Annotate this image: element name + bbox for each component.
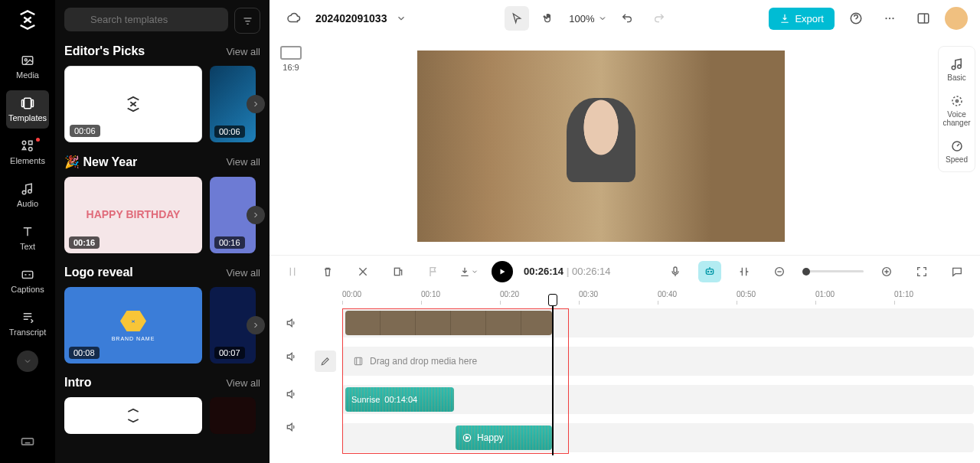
audio-track[interactable]: Happy (342, 423, 974, 452)
section-title: Intro (64, 376, 92, 390)
delete-button[interactable] (315, 259, 340, 284)
right-panel: Basic Voice changer Speed (933, 37, 980, 255)
split-clip-button[interactable] (732, 259, 756, 284)
svg-rect-24 (394, 268, 400, 275)
search-input[interactable] (64, 8, 228, 31)
template-card[interactable] (210, 397, 256, 434)
template-duration: 00:16 (69, 236, 100, 249)
undo-button[interactable] (615, 6, 639, 31)
playhead[interactable] (552, 295, 554, 455)
timeline-ruler[interactable]: 00:00 00:10 00:20 00:30 00:40 00:50 01:0… (342, 290, 980, 308)
export-button[interactable]: Export (769, 8, 835, 30)
editor-area: 202402091033 100% Export (270, 0, 980, 463)
video-clip[interactable] (345, 311, 552, 335)
zoom-in-button[interactable] (874, 259, 899, 284)
aspect-ratio-button[interactable]: 16:9 (280, 46, 302, 72)
canvas-area[interactable]: 16:9 (270, 37, 933, 255)
section-title: Editor's Picks (64, 44, 145, 58)
chevron-down-icon[interactable] (396, 13, 407, 24)
template-duration: 00:06 (214, 126, 245, 138)
video-preview[interactable] (417, 51, 785, 242)
flag-button[interactable] (421, 259, 446, 284)
svg-rect-6 (29, 141, 33, 145)
zoom-slider[interactable] (802, 270, 864, 272)
nav-sidebar: Media Templates Elements Audio Text Capt… (0, 0, 55, 463)
avatar[interactable] (945, 7, 968, 30)
audio-clip-sunrise[interactable]: Sunrise 00:14:04 (345, 387, 454, 412)
view-all-link[interactable]: View all (226, 156, 260, 168)
nav-templates[interactable]: Templates (6, 90, 49, 129)
more-button[interactable] (877, 6, 902, 31)
view-all-link[interactable]: View all (226, 267, 260, 279)
nav-keyboard-button[interactable] (20, 434, 35, 452)
nav-captions[interactable]: Captions (6, 262, 49, 300)
view-all-link[interactable]: View all (226, 377, 260, 389)
layout-button[interactable] (911, 6, 936, 31)
track-mute-button[interactable] (270, 308, 312, 337)
svg-point-19 (957, 65, 961, 69)
nav-media[interactable]: Media (6, 47, 49, 86)
media-track[interactable]: Drag and drop media here (342, 347, 974, 376)
track-edit-button[interactable] (315, 351, 336, 372)
fit-button[interactable] (910, 259, 934, 284)
voice-changer-tool[interactable]: Voice changer (939, 88, 975, 133)
nav-label: Captions (11, 285, 44, 294)
nav-transcript[interactable]: Transcript (6, 305, 49, 343)
nav-text[interactable]: Text (6, 219, 49, 257)
svg-point-1 (24, 59, 27, 61)
redo-button[interactable] (647, 6, 671, 31)
template-text: BRAND NAME (112, 336, 155, 341)
notification-dot (36, 138, 40, 142)
cloud-icon[interactable] (282, 6, 306, 31)
audio-clip-happy[interactable]: Happy (456, 426, 552, 450)
comment-button[interactable] (945, 259, 969, 284)
template-card[interactable]: HAPPY BIRTHDAY 00:16 (64, 177, 202, 253)
nav-elements[interactable]: Elements (6, 133, 49, 171)
timeline: 00:00 00:10 00:20 00:30 00:40 00:50 01:0… (270, 287, 980, 463)
download-button[interactable] (456, 259, 481, 284)
svg-point-7 (29, 148, 33, 152)
current-time: 00:26:14 | 00:26:14 (524, 266, 611, 277)
svg-point-5 (22, 141, 26, 145)
track-mute-button[interactable] (270, 412, 312, 442)
help-button[interactable] (844, 6, 868, 31)
template-duration: 00:16 (214, 236, 245, 249)
track-mute-button[interactable] (270, 337, 312, 376)
pointer-tool[interactable] (505, 6, 529, 31)
view-all-link[interactable]: View all (226, 46, 260, 57)
video-track[interactable] (342, 308, 974, 337)
zoom-dropdown[interactable]: 100% (569, 13, 606, 24)
basic-tool[interactable]: Basic (939, 51, 975, 88)
svg-rect-4 (31, 100, 33, 107)
play-button[interactable] (492, 261, 513, 282)
row-next-button[interactable] (247, 206, 265, 224)
track-mute-button[interactable] (270, 376, 312, 412)
top-bar: 202402091033 100% Export (270, 0, 980, 37)
cursor-tool[interactable] (280, 259, 305, 284)
row-next-button[interactable] (247, 95, 265, 113)
svg-point-23 (362, 271, 363, 272)
svg-rect-25 (674, 267, 677, 272)
nav-expand-button[interactable] (17, 351, 38, 372)
mic-button[interactable] (663, 259, 688, 284)
hand-tool[interactable] (537, 6, 561, 31)
split-button[interactable] (351, 259, 375, 284)
nav-label: Audio (17, 199, 38, 208)
zoom-out-button[interactable] (767, 259, 792, 284)
template-card[interactable]: 00:06 (64, 66, 202, 142)
audio-track[interactable]: Sunrise 00:14:04 (342, 385, 974, 414)
nav-audio[interactable]: Audio (6, 176, 49, 214)
template-duration: 00:08 (69, 347, 100, 359)
template-card[interactable]: BRAND NAME 00:08 (64, 287, 202, 364)
speed-tool[interactable]: Speed (939, 133, 975, 170)
nav-label: Media (16, 70, 39, 80)
ai-button[interactable] (698, 261, 721, 282)
templates-panel: Editor's Picks View all 00:06 00:06 🎉 Ne… (55, 0, 270, 463)
project-name[interactable]: 202402091033 (315, 12, 387, 24)
filter-button[interactable] (234, 8, 260, 34)
crop-button[interactable] (386, 259, 410, 284)
drop-hint: Drag and drop media here (353, 347, 477, 376)
app-logo[interactable] (14, 6, 41, 34)
row-next-button[interactable] (247, 316, 265, 334)
template-card[interactable] (64, 397, 202, 434)
